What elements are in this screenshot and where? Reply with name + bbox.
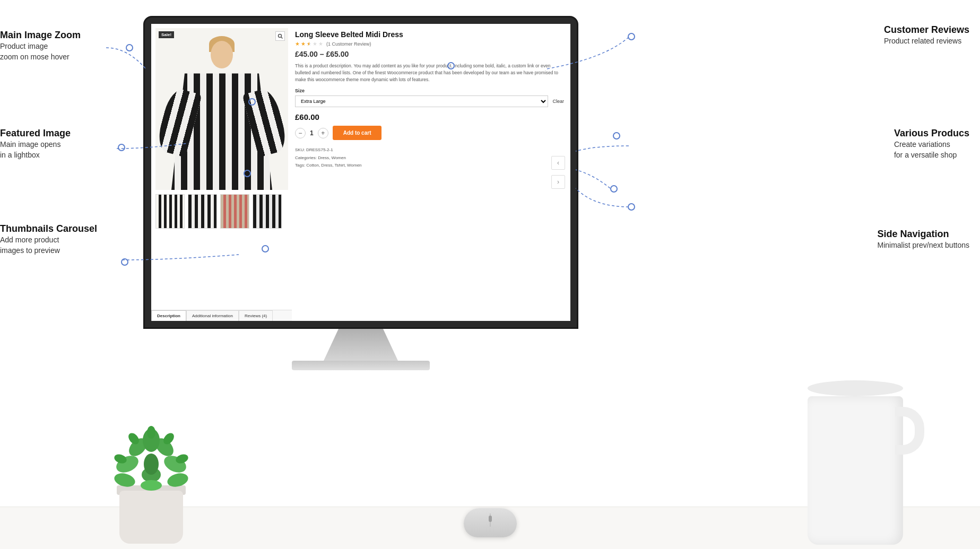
tab-bar: Description Additional information Revie… [151, 310, 292, 321]
quantity-decrease-button[interactable]: − [295, 128, 306, 138]
product-title: Long Sleeve Belted Midi Dress [295, 30, 564, 39]
mouse-body [464, 508, 517, 537]
star-4: ★ [313, 41, 317, 47]
dot-side-nav-1 [610, 185, 618, 193]
dot-various-products-1 [613, 132, 620, 140]
annotation-title: Various Producs [894, 127, 969, 140]
annotation-title: Customer Reviews [884, 24, 969, 36]
annotation-title: Side Navigation [877, 228, 969, 240]
product-description: This is a product description. You may a… [295, 63, 564, 83]
annotation-various-products: Various Producs Create variations for a … [894, 127, 969, 161]
monitor-body: Sale! [143, 16, 578, 329]
meta-categories: Categories: Dress, Women [295, 154, 564, 162]
mouse-decoration [464, 508, 517, 537]
star-rating: ★ ★ ★★ ★ ★ (1 Customer Review) [295, 41, 564, 47]
annotation-title: Featured Image [0, 127, 71, 140]
annotation-body: Product related reviews [884, 36, 969, 47]
sale-badge: Sale! [159, 31, 174, 38]
mug-top [808, 380, 903, 396]
svg-point-1 [279, 34, 282, 38]
annotation-body: Product image zoom on mose hover [0, 41, 81, 62]
succulent-svg [109, 411, 194, 493]
svg-point-11 [166, 471, 190, 489]
star-2: ★ [301, 41, 306, 47]
annotation-customer-reviews: Customer Reviews Product related reviews [884, 24, 969, 47]
price-range: £45.00 – £65.00 [295, 50, 564, 58]
svg-point-4 [144, 454, 159, 475]
annotation-featured-image: Featured Image Main image opens in a lig… [0, 127, 71, 161]
add-to-cart-button[interactable]: Add to cart [333, 126, 382, 140]
svg-line-2 [281, 37, 283, 39]
head [211, 41, 233, 68]
dot-in-screen-3 [262, 245, 269, 252]
mug-handle [895, 407, 924, 455]
side-navigation: ‹ › [551, 156, 565, 189]
zoom-icon[interactable] [275, 31, 285, 41]
mug-decoration [802, 380, 924, 545]
dress-figure [155, 28, 288, 190]
review-count: (1 Customer Review) [326, 41, 371, 47]
dot-side-nav-2 [628, 203, 635, 211]
star-half: ★★ [307, 41, 311, 47]
thumb-4[interactable] [253, 194, 282, 229]
dot-in-screen-4 [447, 62, 455, 69]
annotation-title: Thumbnails Carousel [0, 223, 97, 235]
annotation-body: Minimalist prev/next buttons [877, 240, 969, 251]
selected-price: £60.00 [295, 112, 564, 121]
size-select[interactable]: Extra Large [295, 95, 548, 107]
meta-tags: Tags: Cotton, Dress, Tshirt, Women [295, 162, 564, 169]
screen-content: Sale! [151, 24, 570, 321]
annotation-body: Main image opens in a lightbox [0, 140, 71, 160]
tab-reviews[interactable]: Reviews (4) [239, 310, 273, 321]
clear-button[interactable]: Clear [552, 99, 564, 104]
annotation-body: Create variations for a versatile shop [894, 140, 969, 160]
product-meta: SKU: DRESS75-2-1 Categories: Dress, Wome… [295, 146, 564, 169]
dot-in-screen-2 [244, 170, 251, 177]
mug-body [808, 396, 903, 545]
star-5: ★ [318, 41, 323, 47]
product-images-section: Sale! [151, 24, 292, 321]
dot-in-screen-1 [248, 98, 256, 106]
size-label: Size [295, 88, 564, 93]
quantity-row: − 1 + Add to cart [295, 126, 564, 140]
product-details-section: Long Sleeve Belted Midi Dress ★ ★ ★★ ★ ★… [292, 24, 570, 321]
star-1: ★ [295, 41, 300, 47]
tab-description[interactable]: Description [151, 310, 186, 321]
main-product-image[interactable]: Sale! [155, 28, 288, 190]
annotation-body: Add more product images to preview [0, 235, 97, 256]
annotation-side-navigation: Side Navigation Minimalist prev/next but… [877, 228, 969, 251]
size-row: Extra Large Clear [295, 95, 564, 107]
monitor-base [292, 361, 430, 370]
monitor-screen: Sale! [151, 24, 570, 321]
svg-point-13 [147, 426, 155, 439]
next-button[interactable]: › [551, 175, 565, 189]
meta-sku: SKU: DRESS75-2-1 [295, 146, 564, 154]
dot-customer-reviews [628, 33, 635, 40]
plant-decoration [98, 406, 204, 544]
svg-point-10 [113, 471, 137, 489]
prev-button[interactable]: ‹ [551, 156, 565, 170]
pot-body [119, 491, 183, 544]
quantity-value: 1 [310, 129, 314, 137]
svg-point-12 [141, 480, 162, 491]
thumbnails-row [155, 194, 288, 229]
annotation-thumbnails-carousel: Thumbnails Carousel Add more product ima… [0, 223, 97, 256]
thumb-3[interactable] [220, 194, 249, 229]
dot-thumbnails-carousel [121, 258, 128, 266]
dot-main-image-zoom [126, 44, 133, 51]
tab-additional-info[interactable]: Additional information [186, 310, 239, 321]
monitor-stand [324, 329, 398, 361]
annotation-title: Main Image Zoom [0, 29, 81, 41]
mouse-scroll-wheel [489, 516, 492, 522]
monitor: Sale! [143, 16, 578, 398]
thumb-1[interactable] [155, 194, 185, 229]
quantity-increase-button[interactable]: + [318, 128, 328, 138]
thumb-2[interactable] [188, 194, 217, 229]
annotation-main-image-zoom: Main Image Zoom Product image zoom on mo… [0, 29, 81, 63]
dot-featured-image [118, 144, 125, 151]
